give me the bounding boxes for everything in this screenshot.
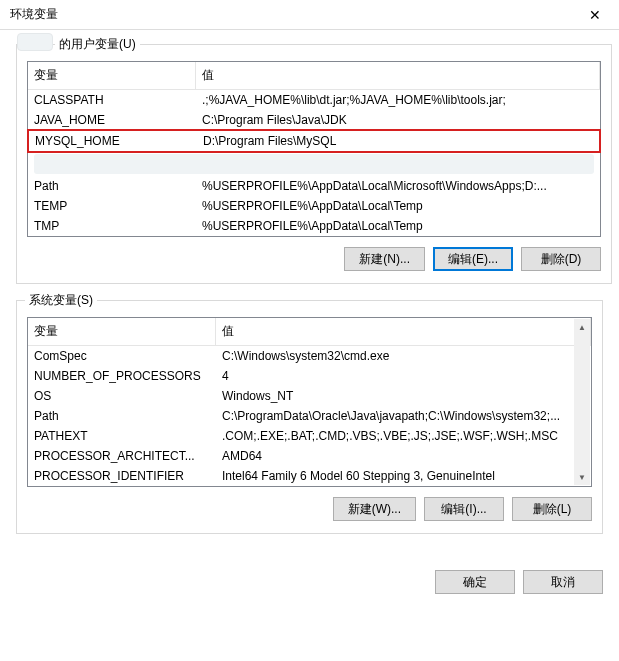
- window-title: 环境变量: [10, 6, 58, 23]
- cell-variable: Path: [28, 406, 216, 426]
- cell-value: %USERPROFILE%\AppData\Local\Temp: [196, 216, 600, 236]
- cell-value: C:\Windows\system32\cmd.exe: [216, 346, 591, 366]
- ok-button[interactable]: 确定: [435, 570, 515, 594]
- table-row-highlighted[interactable]: MYSQL_HOME D:\Program Files\MySQL: [27, 129, 601, 153]
- user-group-label: 的用户变量(U): [55, 36, 140, 53]
- censored-username: [17, 33, 53, 51]
- system-delete-button[interactable]: 删除(L): [512, 497, 592, 521]
- user-button-row: 新建(N)... 编辑(E)... 删除(D): [27, 247, 601, 271]
- cell-value: D:\Program Files\MySQL: [197, 131, 599, 151]
- scrollbar[interactable]: ▲ ▼: [574, 319, 590, 485]
- cell-variable: TMP: [28, 216, 196, 236]
- cell-value: .;%JAVA_HOME%\lib\dt.jar;%JAVA_HOME%\lib…: [196, 90, 600, 110]
- cell-value: Windows_NT: [216, 386, 591, 406]
- cell-value: C:\Program Files\Java\JDK: [196, 110, 600, 130]
- system-new-button[interactable]: 新建(W)...: [333, 497, 416, 521]
- cell-value: C:\ProgramData\Oracle\Java\javapath;C:\W…: [216, 406, 591, 426]
- close-button[interactable]: ✕: [573, 1, 617, 29]
- cell-variable: OS: [28, 386, 216, 406]
- cell-variable: Path: [28, 176, 196, 196]
- system-button-row: 新建(W)... 编辑(I)... 删除(L): [27, 497, 592, 521]
- system-edit-button[interactable]: 编辑(I)...: [424, 497, 504, 521]
- titlebar: 环境变量 ✕: [0, 0, 619, 30]
- cancel-button[interactable]: 取消: [523, 570, 603, 594]
- cell-value: %USERPROFILE%\AppData\Local\Microsoft\Wi…: [196, 176, 600, 196]
- cell-value: Intel64 Family 6 Model 60 Stepping 3, Ge…: [216, 466, 591, 486]
- col-value[interactable]: 值: [216, 318, 591, 345]
- table-row[interactable]: NUMBER_OF_PROCESSORS 4: [28, 366, 591, 386]
- table-row[interactable]: ComSpec C:\Windows\system32\cmd.exe: [28, 346, 591, 366]
- scroll-down-icon[interactable]: ▼: [574, 469, 590, 485]
- system-variables-table[interactable]: 变量 值 ComSpec C:\Windows\system32\cmd.exe…: [27, 317, 592, 487]
- table-row[interactable]: CLASSPATH .;%JAVA_HOME%\lib\dt.jar;%JAVA…: [28, 90, 600, 110]
- cell-variable: JAVA_HOME: [28, 110, 196, 130]
- cell-value: AMD64: [216, 446, 591, 466]
- user-new-button[interactable]: 新建(N)...: [344, 247, 425, 271]
- col-value[interactable]: 值: [196, 62, 600, 89]
- close-icon: ✕: [589, 7, 601, 23]
- table-row[interactable]: TMP %USERPROFILE%\AppData\Local\Temp: [28, 216, 600, 236]
- col-variable[interactable]: 变量: [28, 318, 216, 345]
- user-variables-group: 的用户变量(U) 变量 值 CLASSPATH .;%JAVA_HOME%\li…: [16, 44, 612, 284]
- cell-variable: MYSQL_HOME: [29, 131, 197, 151]
- cell-variable: CLASSPATH: [28, 90, 196, 110]
- cell-variable: ComSpec: [28, 346, 216, 366]
- system-variables-group: 系统变量(S) 变量 值 ComSpec C:\Windows\system32…: [16, 300, 603, 534]
- table-row[interactable]: Path %USERPROFILE%\AppData\Local\Microso…: [28, 176, 600, 196]
- user-table-header: 变量 值: [28, 62, 600, 90]
- cell-variable: TEMP: [28, 196, 196, 216]
- system-group-label: 系统变量(S): [25, 292, 97, 309]
- table-row[interactable]: OS Windows_NT: [28, 386, 591, 406]
- table-row[interactable]: PATHEXT .COM;.EXE;.BAT;.CMD;.VBS;.VBE;.J…: [28, 426, 591, 446]
- user-variables-table[interactable]: 变量 值 CLASSPATH .;%JAVA_HOME%\lib\dt.jar;…: [27, 61, 601, 237]
- cell-value: .COM;.EXE;.BAT;.CMD;.VBS;.VBE;.JS;.JSE;.…: [216, 426, 591, 446]
- col-variable[interactable]: 变量: [28, 62, 196, 89]
- user-edit-button[interactable]: 编辑(E)...: [433, 247, 513, 271]
- scroll-up-icon[interactable]: ▲: [574, 319, 590, 335]
- cell-value: 4: [216, 366, 591, 386]
- table-row[interactable]: Path C:\ProgramData\Oracle\Java\javapath…: [28, 406, 591, 426]
- table-row[interactable]: TEMP %USERPROFILE%\AppData\Local\Temp: [28, 196, 600, 216]
- user-delete-button[interactable]: 删除(D): [521, 247, 601, 271]
- footer-buttons: 确定 取消: [0, 560, 619, 606]
- table-row[interactable]: JAVA_HOME C:\Program Files\Java\JDK: [28, 110, 600, 130]
- cell-variable: PROCESSOR_IDENTIFIER: [28, 466, 216, 486]
- cell-value: %USERPROFILE%\AppData\Local\Temp: [196, 196, 600, 216]
- dialog-content: 的用户变量(U) 变量 值 CLASSPATH .;%JAVA_HOME%\li…: [0, 30, 619, 560]
- user-table-body: CLASSPATH .;%JAVA_HOME%\lib\dt.jar;%JAVA…: [28, 90, 600, 236]
- cell-variable: PROCESSOR_ARCHITECT...: [28, 446, 216, 466]
- system-table-body: ComSpec C:\Windows\system32\cmd.exe NUMB…: [28, 346, 591, 486]
- cell-variable: PATHEXT: [28, 426, 216, 446]
- system-table-header: 变量 值: [28, 318, 591, 346]
- cell-variable: NUMBER_OF_PROCESSORS: [28, 366, 216, 386]
- censored-row: [34, 154, 594, 174]
- table-row[interactable]: PROCESSOR_IDENTIFIER Intel64 Family 6 Mo…: [28, 466, 591, 486]
- table-row[interactable]: PROCESSOR_ARCHITECT... AMD64: [28, 446, 591, 466]
